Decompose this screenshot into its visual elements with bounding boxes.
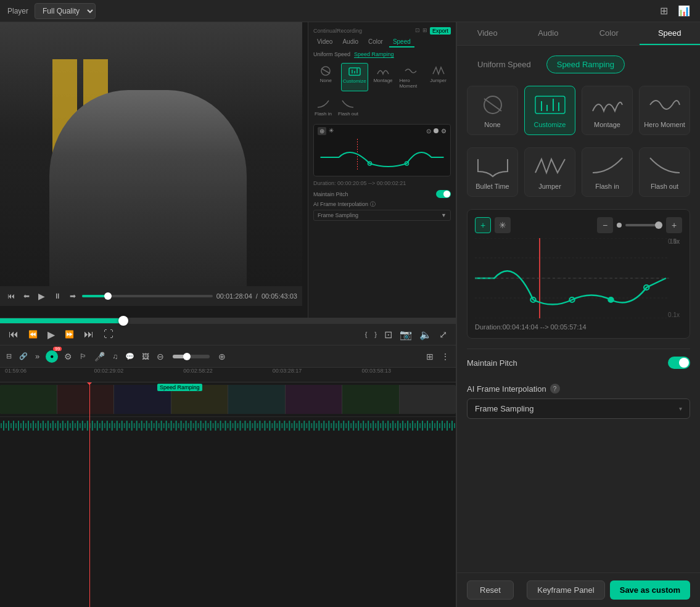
mini-icon-none[interactable]: None (313, 63, 339, 91)
tl-music-btn[interactable]: ♫ (111, 351, 119, 362)
step-fwd-btn[interactable]: ⏩ (64, 329, 75, 340)
next-frame-btn[interactable]: ⏭ (83, 328, 95, 341)
speed-ramp-label: Speed Ramping (157, 384, 202, 391)
tl-flag-btn[interactable]: 🏳 (78, 351, 88, 362)
maintain-pitch-label: Maintain Pitch (467, 358, 517, 368)
uniform-speed-tab[interactable]: Uniform Speed (467, 56, 541, 73)
zoom-btn[interactable]: ⤢ (438, 328, 448, 342)
graph-zoom-track[interactable] (625, 224, 662, 226)
preset-montage[interactable]: Montage (582, 86, 633, 135)
preset-none[interactable]: None (467, 86, 518, 135)
mini-curve-settings[interactable]: ⊙ (426, 128, 431, 134)
step-fwd-btn[interactable]: ➡ (67, 291, 78, 302)
help-icon[interactable]: ? (550, 384, 560, 394)
pause-btn[interactable]: ⏸ (51, 291, 64, 302)
preset-flash-out[interactable]: Flash out (639, 147, 690, 197)
mini-maintain-toggle[interactable] (436, 190, 451, 198)
video-clip[interactable] (0, 385, 456, 414)
tl-record-btn[interactable]: ● (46, 350, 58, 363)
mini-icon-flash-out[interactable]: Flash out (337, 96, 360, 119)
mini-icon-customize[interactable]: Customize (341, 63, 368, 91)
zoom-slider-track[interactable] (173, 355, 210, 358)
audio-btn[interactable]: 🔈 (418, 328, 433, 342)
preset-flash-in[interactable]: Flash in (582, 147, 633, 197)
progress-track[interactable] (82, 295, 213, 297)
save-custom-btn[interactable]: Save as custom (610, 580, 690, 600)
mini-flashin-label: Flash in (315, 111, 332, 117)
tl-expand-btn[interactable]: » (34, 350, 41, 362)
tl-subtitle-btn[interactable]: 💬 (124, 351, 136, 362)
tl-plus-btn[interactable]: ⊕ (217, 350, 227, 363)
top-bar-icons: ⊞ 📊 (657, 4, 693, 18)
zoom-out-graph-btn[interactable]: − (597, 217, 613, 233)
mini-icon-hero[interactable]: Hero Moment (398, 63, 423, 91)
mini-speed-ramp-tab[interactable]: Speed Ramping (354, 51, 394, 58)
speed-ramping-tab[interactable]: Speed Ramping (546, 56, 625, 73)
preset-hero-moment[interactable]: Hero Moment (639, 86, 690, 135)
mini-tab-color[interactable]: Color (364, 37, 387, 47)
ai-label-text: AI Frame Interpolation (467, 384, 546, 394)
maintain-pitch-toggle[interactable] (668, 357, 690, 369)
preset-customize-label: Customize (534, 121, 566, 128)
preset-flash-in-label: Flash in (595, 183, 619, 190)
mini-tab-video[interactable]: Video (313, 37, 336, 47)
mini-tab-audio[interactable]: Audio (339, 37, 362, 47)
preset-jumper-label: Jumper (538, 183, 561, 190)
reset-btn[interactable]: Reset (467, 580, 514, 600)
tab-speed[interactable]: Speed (640, 22, 701, 45)
snowflake-btn[interactable]: ✳ (495, 217, 511, 233)
preset-bullet-time[interactable]: Bullet Time (467, 147, 518, 197)
mark-out-btn[interactable]: } (373, 329, 378, 339)
keyframe-panel-btn[interactable]: Keyframe Panel (527, 580, 605, 600)
tab-audio[interactable]: Audio (518, 22, 579, 45)
tl-more-btn[interactable]: ⋮ (440, 350, 451, 363)
insert-btn[interactable]: ⊡ (383, 328, 393, 342)
tl-magnet-btn[interactable]: ⊟ (5, 351, 13, 361)
mini-curve-circle-btn[interactable]: ⊕ (318, 127, 326, 135)
step-back-btn[interactable]: ⬅ (21, 291, 32, 302)
tl-record-group: ● 99 (46, 350, 58, 363)
mini-editor: ⏮ ⬅ ▶ ⏸ ➡ 00:01:28:04 / 00:05:43:03 (0, 22, 456, 318)
play-btn[interactable]: ▶ (36, 290, 47, 302)
mini-icon-montage[interactable]: Montage (371, 63, 396, 91)
play-pause-btn[interactable]: ▶ (46, 328, 56, 342)
tab-video[interactable]: Video (457, 22, 518, 45)
preset-customize[interactable]: Customize (524, 86, 575, 135)
mini-uniform-speed-tab[interactable]: Uniform Speed (313, 51, 350, 58)
timeline-ruler: 01:59:06 00:02:29:02 00:02:58:22 00:03:2… (0, 368, 456, 382)
mini-hero-shape (403, 65, 418, 76)
preset-jumper[interactable]: Jumper (524, 147, 575, 197)
quality-select[interactable]: Full Quality (35, 3, 96, 19)
mini-export[interactable]: Export (430, 27, 451, 35)
tl-effects-btn[interactable]: ⚙ (63, 350, 73, 363)
step-back-btn[interactable]: ⏪ (27, 329, 39, 340)
fullscreen-btn[interactable]: ⛶ (102, 328, 115, 341)
add-keyframe-btn[interactable]: + (475, 217, 491, 233)
mini-curve-snowflake[interactable]: ✳ (329, 127, 334, 135)
tl-mic-btn[interactable]: 🎤 (93, 350, 106, 363)
mini-icon-flash-in[interactable]: Flash in (313, 96, 333, 119)
grid-view-btn[interactable]: ⊞ (657, 4, 670, 18)
main-progress-bar[interactable] (0, 318, 456, 323)
tl-layout-btn[interactable]: ⊞ (425, 350, 435, 363)
tab-color[interactable]: Color (579, 22, 640, 45)
svg-rect-14 (535, 96, 565, 114)
tl-link-btn[interactable]: 🔗 (18, 351, 29, 361)
tl-time-2: 00:02:58:22 (183, 368, 213, 374)
mini-curve-gear[interactable]: ⚙ (441, 128, 447, 134)
dropdown-arrow-icon: ▾ (679, 405, 682, 412)
zoom-in-graph-btn[interactable]: + (666, 217, 682, 233)
prev-frame-btn[interactable]: ⏮ (7, 328, 20, 341)
mark-in-btn[interactable]: { (364, 329, 369, 339)
frame-sampling-dropdown[interactable]: Frame Sampling ▾ (467, 398, 690, 419)
mini-frame-sampling[interactable]: Frame Sampling ▼ (313, 210, 451, 221)
controls-bar: ⏮ ⏪ ▶ ⏩ ⏭ ⛶ { } ⊡ 📷 🔈 ⤢ (0, 323, 456, 345)
camera-btn[interactable]: 📷 (398, 328, 413, 342)
chart-btn[interactable]: 📊 (675, 4, 693, 18)
play-back-btn[interactable]: ⏮ (5, 291, 17, 302)
mini-icon-jumper[interactable]: Jumper (426, 63, 451, 91)
tl-minus-btn[interactable]: ⊖ (155, 350, 165, 363)
mini-tab-speed[interactable]: Speed (389, 37, 414, 47)
tl-pic-btn[interactable]: 🖼 (141, 351, 150, 362)
video-person (49, 90, 247, 306)
